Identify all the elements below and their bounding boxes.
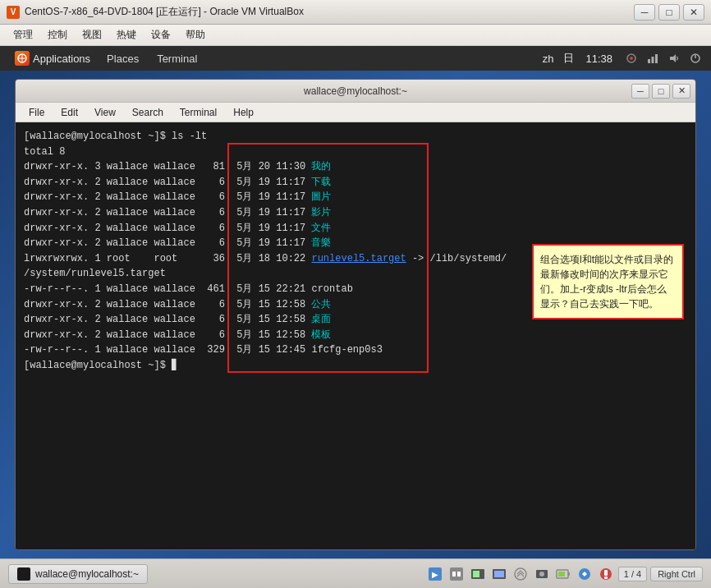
svg-rect-16 (494, 571, 504, 577)
vbox-bottombar: wallace@mylocalhost:~ ▶ (0, 558, 711, 588)
terminal-menu-help[interactable]: Help (227, 105, 260, 120)
gnome-topbar-right: zh 日 11:38 (539, 51, 703, 66)
status-icon-9 (597, 565, 615, 583)
svg-rect-3 (648, 59, 650, 63)
status-icon-8 (576, 565, 594, 583)
gnome-topbar: Applications Places Terminal zh 日 11:38 (0, 46, 711, 71)
svg-rect-14 (473, 571, 479, 577)
vbox-window-controls: ─ □ ✕ (634, 4, 704, 21)
terminal-line-2: total 8 (24, 145, 687, 160)
svg-rect-26 (604, 577, 608, 579)
status-icon-3 (469, 565, 487, 583)
taskbar-terminal-icon (17, 567, 30, 581)
terminal-titlebar: wallace@mylocalhost:~ ─ □ ✕ (16, 80, 695, 103)
applications-icon (15, 51, 30, 66)
applications-label: Applications (33, 53, 90, 65)
svg-point-17 (515, 568, 526, 580)
status-icon-4 (490, 565, 508, 583)
terminal-line-1: [wallace@mylocalhost ~]$ ls -lt (24, 129, 687, 145)
svg-text:▶: ▶ (432, 570, 438, 579)
terminal-line-14: drwxr-xr-x. 2 wallace wallace 6 5月 15 12… (24, 328, 687, 343)
tooltip-box: 组合选项l和t能以文件或目录的最新修改时间的次序来显示它们。加上-r变成ls -… (532, 244, 684, 319)
terminal-menu-terminal[interactable]: Terminal (173, 105, 223, 120)
svg-rect-10 (450, 567, 463, 581)
svg-point-2 (630, 57, 633, 60)
svg-rect-5 (655, 54, 658, 63)
bottom-right-icons: ▶ 1 (426, 565, 703, 583)
taskbar-terminal-item[interactable]: wallace@mylocalhost:~ (8, 564, 148, 584)
virtualbox-window: V CentOS-7-x86_64-DVD-1804 [正在运行] - Orac… (0, 0, 711, 588)
gnome-power-icon (688, 51, 703, 66)
terminal-line-3: drwxr-xr-x. 3 wallace wallace 81 5月 20 1… (24, 159, 687, 175)
gnome-date-icon: 日 (563, 51, 574, 66)
vbox-minimize-button[interactable]: ─ (634, 4, 655, 21)
svg-rect-21 (568, 572, 570, 576)
vbox-menu-view[interactable]: 视图 (76, 26, 108, 44)
status-icon-6 (533, 565, 551, 583)
right-ctrl-button[interactable]: Right Ctrl (650, 567, 703, 581)
terminal-menu: File Edit View Search Terminal Help (16, 103, 695, 122)
status-icon-7 (554, 565, 572, 583)
status-icon-5 (511, 565, 530, 583)
vbox-menu-manage[interactable]: 管理 (7, 26, 39, 44)
svg-rect-25 (604, 570, 608, 576)
terminal-line-6: drwxr-xr-x. 2 wallace wallace 6 5月 19 11… (24, 205, 687, 221)
terminal-line-16: [wallace@mylocalhost ~]$ ▊ (24, 358, 687, 374)
status-icon-1: ▶ (426, 565, 444, 583)
terminal-body[interactable]: [wallace@mylocalhost ~]$ ls -lt total 8 … (16, 122, 695, 549)
gnome-topbar-left: Applications Places Terminal (8, 49, 205, 67)
terminal-menu-edit[interactable]: Edit (54, 105, 85, 120)
terminal-menu-view[interactable]: View (88, 105, 122, 120)
svg-point-19 (539, 572, 544, 577)
page-indicator: 1 / 4 (618, 567, 647, 581)
terminal-title: wallace@mylocalhost:~ (304, 85, 407, 97)
svg-rect-22 (558, 572, 565, 577)
gnome-lang: zh (539, 53, 557, 65)
terminal-close-button[interactable]: ✕ (672, 84, 690, 99)
svg-marker-6 (670, 54, 676, 62)
terminal-line-4: drwxr-xr-x. 2 wallace wallace 6 5月 19 11… (24, 175, 687, 191)
svg-rect-11 (452, 572, 456, 577)
vbox-icon: V (7, 6, 20, 19)
vbox-close-button[interactable]: ✕ (683, 4, 704, 21)
terminal-maximize-button[interactable]: □ (652, 84, 670, 99)
terminal-window-controls: ─ □ ✕ (631, 84, 690, 99)
status-icon-2 (447, 565, 466, 583)
vbox-menu-devices[interactable]: 设备 (144, 26, 177, 44)
vbox-maximize-button[interactable]: □ (658, 4, 680, 21)
terminal-line-7: drwxr-xr-x. 2 wallace wallace 6 5月 19 11… (24, 221, 687, 237)
svg-rect-4 (652, 57, 654, 63)
gnome-volume-icon (667, 51, 681, 66)
terminal-menu-search[interactable]: Search (126, 105, 170, 120)
terminal-menu-file[interactable]: File (22, 105, 51, 120)
vbox-menubar: 管理 控制 视图 热键 设备 帮助 (0, 25, 711, 46)
vbox-menu-hotkey[interactable]: 热键 (110, 26, 143, 44)
tooltip-text: 组合选项l和t能以文件或目录的最新修改时间的次序来显示它们。加上-r变成ls -… (540, 254, 673, 310)
applications-menu[interactable]: Applications (8, 49, 97, 67)
vbox-title: CentOS-7-x86_64-DVD-1804 [正在运行] - Oracle… (25, 5, 634, 19)
gnome-network-icon (645, 51, 660, 66)
places-menu[interactable]: Places (99, 51, 147, 67)
terminal-minimize-button[interactable]: ─ (631, 84, 649, 99)
terminal-menu[interactable]: Terminal (149, 51, 205, 67)
gnome-record-icon (624, 51, 639, 66)
vbox-titlebar: V CentOS-7-x86_64-DVD-1804 [正在运行] - Orac… (0, 0, 711, 25)
taskbar-terminal-label: wallace@mylocalhost:~ (35, 568, 139, 580)
vbox-menu-help[interactable]: 帮助 (179, 26, 212, 44)
vbox-menu-control[interactable]: 控制 (41, 26, 74, 44)
terminal-line-5: drwxr-xr-x. 2 wallace wallace 6 5月 19 11… (24, 190, 687, 205)
terminal-line-15: -rw-r--r--. 1 wallace wallace 329 5月 15 … (24, 342, 687, 358)
terminal-window: wallace@mylocalhost:~ ─ □ ✕ File Edit Vi… (15, 79, 696, 550)
gnome-clock: 11:38 (580, 53, 617, 65)
svg-rect-12 (457, 572, 461, 577)
